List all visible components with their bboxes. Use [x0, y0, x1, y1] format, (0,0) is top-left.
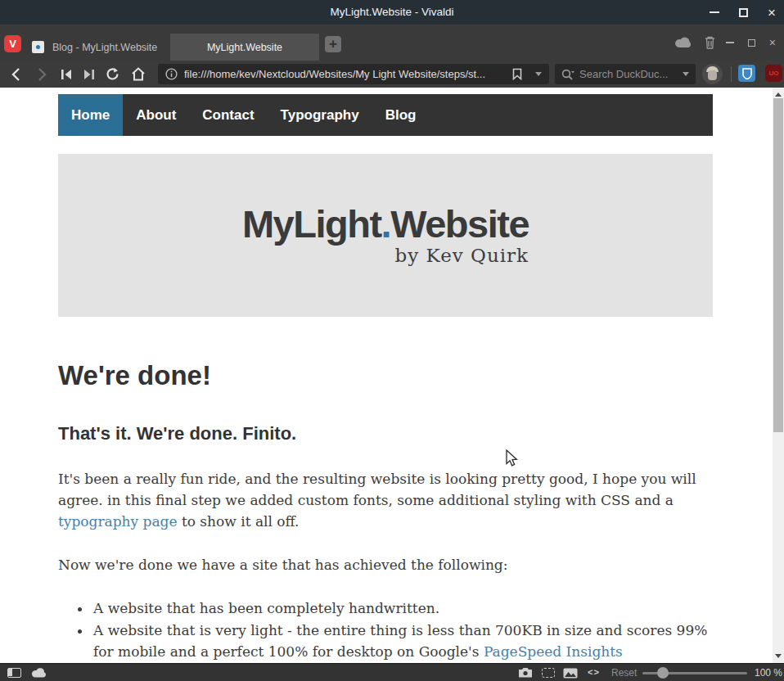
back-icon[interactable] [5, 61, 26, 88]
tab-maximize-icon[interactable] [748, 39, 755, 47]
logo-part2: Website [390, 202, 529, 246]
page-scrollbar[interactable] [773, 88, 784, 663]
page-viewport: Home About Contact Typography Blog MyLig… [0, 88, 784, 663]
reload-icon[interactable] [101, 61, 123, 88]
page-actions-icon[interactable]: <> [588, 667, 600, 677]
extension-avatar-icon[interactable] [702, 64, 723, 84]
url-dropdown-icon[interactable] [535, 72, 542, 76]
bitwarden-extension-icon[interactable] [738, 65, 755, 82]
panel-toggle-icon[interactable] [7, 668, 21, 678]
vivaldi-menu-button[interactable]: V [4, 35, 21, 52]
tab-blog[interactable]: Blog - MyLight.Website [23, 34, 170, 61]
search-input[interactable] [579, 68, 678, 80]
site-logo: MyLight.Website by Kev Quirk [242, 205, 529, 266]
trash-icon[interactable] [705, 36, 715, 49]
list-item: A website that is very light - the entir… [92, 620, 713, 663]
new-tab-button[interactable]: + [325, 36, 341, 52]
bookmark-icon[interactable] [512, 68, 522, 80]
tab-close-icon[interactable]: × [769, 37, 776, 48]
tab-mylight-active[interactable]: MyLight.Website [170, 34, 319, 61]
tab-minimize-icon[interactable] [726, 42, 734, 43]
site-header: MyLight.Website by Kev Quirk [58, 154, 713, 317]
page-subtitle: That's it. We're done. Finito. [58, 424, 713, 444]
browser-window: MyLight.Website - Vivaldi × V Blog - MyL… [0, 0, 784, 681]
paragraph-text: to show it all off. [178, 513, 300, 530]
page-title: We're done! [58, 361, 713, 390]
tab-label: Blog - MyLight.Website [52, 42, 157, 53]
paragraph-intro: It's been a really fun ride, and the res… [58, 468, 713, 532]
site-nav-home[interactable]: Home [58, 94, 123, 136]
logo-part1: MyLight [242, 202, 381, 246]
zoom-level-label: 100 % [755, 667, 782, 679]
list-item-text: A website that has been completely handw… [93, 600, 439, 616]
paragraph-text: It's been a really fun ride, and the res… [58, 471, 696, 508]
search-field[interactable] [555, 64, 696, 84]
search-engine-dropdown-icon[interactable] [683, 72, 689, 76]
paragraph-achievements: Now we're done we have a site that has a… [58, 554, 713, 575]
forward-icon[interactable] [31, 61, 52, 88]
zoom-slider-knob[interactable] [657, 667, 669, 679]
logo-dot: . [381, 202, 391, 246]
scroll-down-icon[interactable] [775, 654, 782, 658]
toolbar-separator [731, 66, 732, 82]
ublock-extension-icon[interactable]: UO [765, 65, 782, 82]
minimize-icon[interactable] [710, 11, 719, 13]
rewind-icon[interactable] [56, 61, 77, 88]
site-navbar: Home About Contact Typography Blog [58, 94, 713, 136]
maximize-icon[interactable] [739, 8, 748, 17]
typography-page-link[interactable]: typography page [58, 513, 178, 530]
status-bar: <> Reset 100 % [0, 663, 784, 681]
page-info-icon[interactable] [165, 68, 178, 80]
scroll-up-icon[interactable] [775, 92, 782, 97]
scrollbar-thumb[interactable] [773, 98, 783, 432]
site-nav-about[interactable]: About [123, 94, 189, 136]
url-text[interactable]: file:///home/kev/Nextcloud/Websites/My L… [184, 68, 512, 80]
site-nav-contact[interactable]: Contact [189, 94, 267, 136]
sync-status-cloud-icon[interactable] [31, 668, 47, 678]
fast-forward-icon[interactable] [79, 61, 100, 88]
zoom-slider[interactable] [642, 672, 747, 674]
zoom-reset-button[interactable]: Reset [611, 667, 637, 679]
address-bar: file:///home/kev/Nextcloud/Websites/My L… [0, 61, 784, 88]
images-toggle-icon[interactable] [563, 668, 578, 679]
achievement-list: A website that has been completely handw… [58, 598, 713, 663]
logo-tagline: by Kev Quirk [242, 245, 529, 266]
sync-cloud-icon[interactable] [674, 37, 692, 48]
tab-label: MyLight.Website [207, 42, 282, 53]
pagespeed-insights-link[interactable]: PageSpeed Insights [484, 643, 623, 660]
title-bar: MyLight.Website - Vivaldi × [0, 0, 784, 25]
screenshot-camera-icon[interactable] [518, 667, 533, 678]
site-favicon [32, 41, 44, 53]
search-icon[interactable] [561, 69, 574, 80]
list-item: A website that has been completely handw… [92, 598, 713, 620]
close-icon[interactable]: × [768, 6, 776, 20]
site-nav-typography[interactable]: Typography [268, 94, 372, 136]
window-title: MyLight.Website - Vivaldi [0, 0, 784, 25]
capture-area-icon[interactable] [542, 668, 555, 678]
home-icon[interactable] [128, 61, 149, 88]
url-field[interactable]: file:///home/kev/Nextcloud/Websites/My L… [158, 64, 549, 84]
site-nav-blog[interactable]: Blog [372, 94, 430, 136]
tab-bar: V Blog - MyLight.Website MyLight.Website… [0, 25, 784, 61]
